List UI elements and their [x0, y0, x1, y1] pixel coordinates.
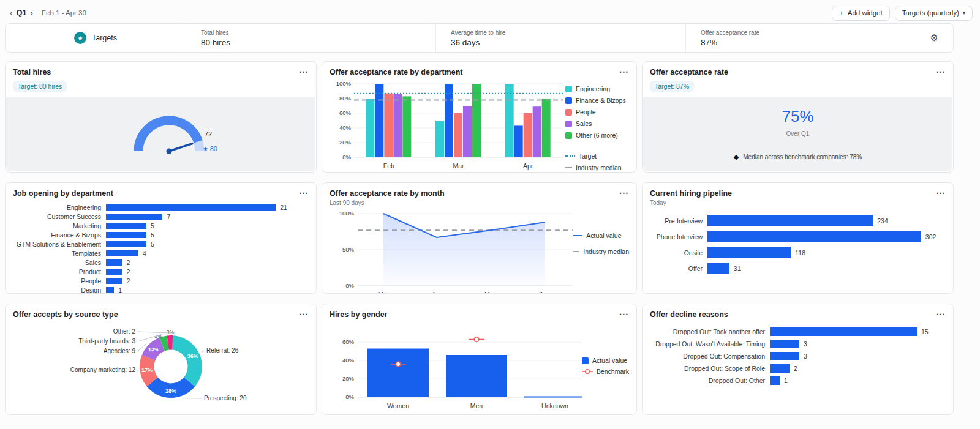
svg-text:17%: 17%: [141, 367, 153, 373]
chevron-right-icon[interactable]: ›: [28, 8, 36, 18]
legend-item: Benchmark: [582, 368, 629, 375]
topbar: ‹ Q1 › Feb 1 - Apr 30 + Add widget Targe…: [0, 0, 980, 21]
summary-metric-total-hires: Total hires 80 hires: [186, 24, 435, 52]
callout-label: Other: 2: [113, 328, 136, 335]
bar-row: Sales2: [13, 259, 309, 266]
monthly-chart-legend: Actual valueIndustry median: [573, 206, 629, 255]
widget-menu-icon[interactable]: •••: [300, 310, 309, 318]
svg-text:0%: 0%: [345, 394, 354, 400]
gauge-arc-filled: [138, 121, 198, 151]
view-selector-button[interactable]: Targets (quarterly) ▾: [895, 6, 973, 21]
svg-text:Unknown: Unknown: [541, 402, 568, 409]
widget-title: Hires by gender: [330, 310, 387, 319]
period-label: Q1: [17, 9, 27, 17]
bar: [435, 121, 444, 157]
legend-item: Actual value: [582, 357, 629, 364]
widget-menu-icon[interactable]: •••: [620, 189, 629, 196]
acceptance-rate-value: 75%: [782, 107, 813, 126]
bar: [472, 84, 481, 157]
svg-text:0%: 0%: [342, 154, 351, 160]
svg-text:3%: 3%: [166, 329, 174, 335]
benchmark-gem-icon: ◆: [734, 153, 739, 161]
bar-row: Onsite118: [650, 247, 946, 258]
view-selector-label: Targets (quarterly): [902, 9, 959, 17]
svg-text:May: May: [484, 291, 497, 294]
widget-title: Job opening by department: [13, 189, 113, 198]
callout-label: Third-party boards: 3: [78, 338, 135, 345]
targets-summary-bar: ★ Targets Total hires 80 hires Average t…: [5, 23, 954, 53]
bar: [106, 204, 276, 211]
total-hires-gauge: 72★ 80: [13, 97, 309, 171]
bar-row: Dropped Out: Scope of Role2: [650, 364, 946, 373]
bar: [446, 355, 507, 397]
bar: [707, 263, 729, 274]
widget-menu-icon[interactable]: •••: [937, 310, 946, 318]
add-widget-label: Add widget: [848, 9, 883, 17]
widget-hires-by-gender: Hires by gender ••• 0%20%40%60%WomenMenU…: [322, 304, 637, 415]
svg-text:60%: 60%: [342, 338, 355, 345]
acceptance-rate-period: Over Q1: [786, 130, 810, 137]
bar: [106, 250, 138, 256]
widget-menu-icon[interactable]: •••: [620, 68, 629, 75]
legend-item-target: Target: [565, 152, 626, 160]
bar-row: Pre-Interview234: [650, 215, 946, 226]
widget-job-openings: Job opening by department ••• Engineerin…: [5, 182, 317, 294]
legend-item: Other (6 more): [565, 132, 626, 139]
bar: [505, 84, 514, 157]
widget-accepts-by-source: Offer accepts by source type ••• 36%28%1…: [5, 304, 317, 415]
donut-slice: [171, 335, 202, 387]
department-chart-legend: EngineeringFinance & BizopsPeopleSalesOt…: [565, 76, 626, 171]
widget-menu-icon[interactable]: •••: [620, 310, 629, 318]
bar: [542, 99, 551, 157]
benchmark-note: Median across benchmark companies: 78%: [743, 154, 862, 160]
svg-text:Apr: Apr: [432, 291, 442, 294]
dashboard-grid: Total hires ••• Target: 80 hires 72★ 80 …: [5, 61, 954, 415]
callout-label: Referral: 26: [206, 347, 239, 354]
gender-bar-chart: 0%20%40%60%WomenMenUnknown: [330, 321, 582, 414]
widget-title: Offer accepts by source type: [13, 310, 118, 319]
bar-row: Dropped Out: Other1: [650, 376, 946, 385]
widget-menu-icon[interactable]: •••: [300, 68, 309, 75]
gender-chart-legend: Actual valueBenchmark: [582, 319, 629, 375]
gear-icon[interactable]: ⚙: [930, 32, 938, 43]
chevron-left-icon[interactable]: ‹: [7, 8, 15, 18]
bar: [770, 340, 799, 348]
widget-menu-icon[interactable]: •••: [300, 189, 309, 196]
bar: [514, 125, 523, 157]
bar: [368, 349, 429, 398]
widget-menu-icon[interactable]: •••: [937, 189, 946, 196]
bar: [770, 364, 790, 373]
svg-text:40%: 40%: [339, 124, 352, 131]
source-type-donut-chart: 36%28%17%13%4%3%Other: 2Third-party boar…: [13, 321, 310, 415]
targets-summary-title: ★ Targets: [6, 24, 186, 52]
svg-text:Mar: Mar: [453, 162, 464, 170]
svg-text:0%: 0%: [345, 282, 354, 289]
legend-item: Engineering: [565, 85, 626, 92]
callout-label: Prospecting: 20: [204, 395, 247, 401]
bar: [393, 94, 402, 157]
bar: [445, 84, 453, 157]
widget-subtitle: Today: [650, 200, 946, 206]
bar: [770, 327, 917, 336]
svg-text:Apr: Apr: [523, 162, 533, 170]
targets-star-icon: ★: [74, 32, 86, 44]
decline-reason-bars: Dropped Out: Took another offer15Dropped…: [650, 327, 946, 385]
svg-text:80%: 80%: [339, 95, 352, 102]
gauge-target-label: ★ 80: [203, 145, 217, 152]
widget-decline-reasons: Offer decline reasons ••• Dropped Out: T…: [642, 304, 954, 415]
legend-item: Finance & Bizops: [565, 97, 626, 104]
bar: [454, 113, 462, 157]
svg-text:36%: 36%: [187, 353, 198, 359]
bar-row: Design1: [13, 286, 309, 294]
legend-swatch: [565, 132, 572, 139]
metric-label: Offer acceptance rate: [701, 29, 760, 36]
metric-value: 36 days: [451, 38, 671, 47]
add-widget-button[interactable]: + Add widget: [832, 6, 890, 21]
bar-row: Finance & Bizops5: [13, 231, 309, 239]
widget-menu-icon[interactable]: •••: [937, 68, 946, 75]
bar-row: People2: [13, 277, 309, 285]
bar: [106, 214, 162, 220]
plus-icon: +: [839, 9, 844, 18]
metric-value: 80 hires: [201, 38, 421, 47]
callout-label: Company marketing: 12: [70, 367, 136, 373]
